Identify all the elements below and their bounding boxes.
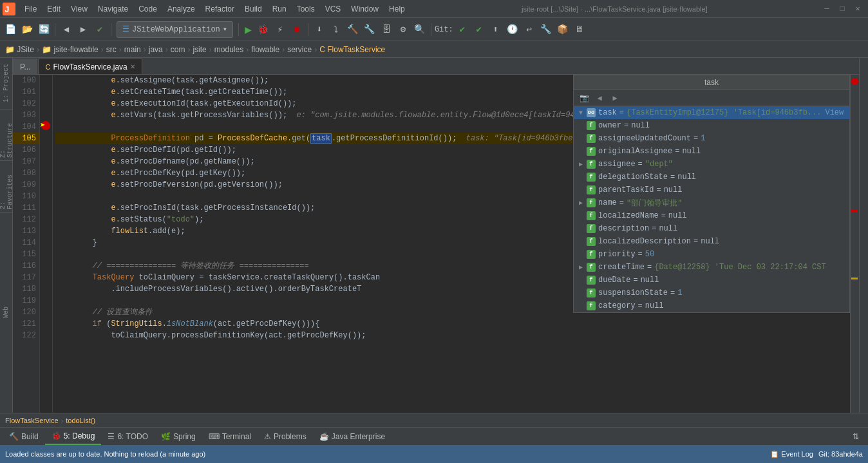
breadcrumb-service[interactable]: service [287, 45, 312, 54]
debug-item-owner[interactable]: f owner = null [574, 119, 849, 132]
breadcrumb: 📁 JSite › 📁 jsite-flowable › src › main … [0, 41, 868, 58]
new-file-button[interactable]: 📄 [3, 22, 18, 37]
bottom-tab-debug[interactable]: 🐞 5: Debug [45, 428, 102, 445]
tab-project-panel[interactable]: P... [13, 59, 37, 74]
debug-item-parent-task-id[interactable]: f parentTaskId = null [574, 184, 849, 196]
sidebar-web-tab[interactable]: Web [0, 213, 12, 413]
tab-close-icon[interactable]: ✕ [130, 63, 135, 70]
git-shelve-button[interactable]: 📦 [555, 22, 571, 37]
debug-item-category[interactable]: f category = null [574, 299, 849, 312]
sidebar-structure-tab[interactable]: Z: Structure [0, 109, 12, 161]
menu-item-build[interactable]: Build [240, 3, 267, 15]
breadcrumb-bottom-class[interactable]: FlowTaskService [5, 417, 59, 424]
database-button[interactable]: 🗄 [379, 22, 394, 37]
breadcrumb-flowable[interactable]: flowable [251, 45, 279, 54]
menu-item-analyze[interactable]: Analyze [162, 3, 200, 15]
breadcrumb-jsite2[interactable]: jsite [193, 45, 206, 54]
spring-tab-label: Spring [173, 432, 196, 441]
git-push-button[interactable]: ⬆ [488, 22, 504, 37]
debug-camera-button[interactable]: 📷 [578, 91, 590, 104]
stop-button[interactable]: ■ [289, 22, 305, 37]
bottom-tab-problems[interactable]: ⚠ Problems [258, 428, 313, 445]
step-over-button[interactable]: ⬇ [312, 22, 327, 37]
open-button[interactable]: 📂 [19, 22, 35, 37]
search-everywhere-button[interactable]: 🔍 [412, 22, 428, 37]
step-into-button[interactable]: ⤵ [328, 22, 344, 37]
debug-forward-button[interactable]: ▶ [609, 91, 621, 104]
debug-back-button[interactable]: ◀ [593, 91, 606, 104]
menu-item-view[interactable]: View [66, 3, 93, 15]
git-update-button[interactable]: ✔ [455, 22, 470, 37]
menu-item-code[interactable]: Code [133, 3, 162, 15]
minimize-button[interactable]: ─ [819, 1, 835, 17]
breadcrumb-class[interactable]: C FlowTaskService [319, 45, 385, 54]
git-revert-button[interactable]: ↩ [522, 22, 537, 37]
breadcrumb-main[interactable]: main [124, 45, 141, 54]
bottom-tab-java-enterprise[interactable]: ☕ Java Enterprise [313, 428, 392, 445]
bottom-tab-spring[interactable]: 🌿 Spring [155, 428, 202, 445]
menu-item-edit[interactable]: Edit [42, 3, 66, 15]
bottom-tab-build[interactable]: 🔨 Build [3, 428, 45, 445]
settings-button[interactable]: ⚙ [395, 22, 411, 37]
bookmark-button[interactable]: ✔ [92, 22, 108, 37]
debug-panel: task 📷 ◀ ▶ ▼ oo task = {TaskEntityImpl@1… [573, 75, 850, 313]
debug-item-localized-name[interactable]: f localizedName = null [574, 209, 849, 222]
event-log-button[interactable]: 📋 Event Log [770, 450, 813, 458]
menu-item-tools[interactable]: Tools [292, 3, 320, 15]
debug-item-delegation-state[interactable]: f delegationState = null [574, 171, 849, 184]
breadcrumb-modules[interactable]: modules [214, 45, 243, 54]
sync-button[interactable]: 🔄 [36, 22, 52, 37]
debug-item-original-assignee[interactable]: f originalAssignee = null [574, 145, 849, 158]
menu-item-window[interactable]: Window [346, 3, 384, 15]
run-coverage-button[interactable]: ⚡ [272, 22, 288, 37]
tab-bar: P... C FlowTaskService.java ✕ [13, 58, 859, 75]
menu-item-help[interactable]: Help [384, 3, 410, 15]
todo-tab-label: 6: TODO [117, 432, 148, 441]
menu-item-vcs[interactable]: VCS [320, 3, 346, 15]
app-logo: J [3, 3, 15, 15]
maximize-button[interactable]: □ [835, 1, 850, 17]
run-button[interactable]: ▶ [242, 23, 254, 37]
git-resolve-button[interactable]: 🔧 [538, 22, 554, 37]
profile-button[interactable]: 🔧 [362, 22, 377, 37]
breadcrumb-java[interactable]: java [149, 45, 163, 54]
debug-item-create-time[interactable]: ▶ f createTime = {Date@12258} 'Tue Dec 0… [574, 261, 849, 274]
run-config-dropdown[interactable]: ☰ JSiteWebApplication ▾ [117, 21, 233, 38]
sidebar-favorites-tab[interactable]: 2: Favorites [0, 161, 12, 213]
debug-item-assignee-updated-count[interactable]: f assigneeUpdatedCount = 1 [574, 132, 849, 145]
breadcrumb-jsite[interactable]: 📁 JSite [5, 45, 34, 54]
sep3 [238, 23, 239, 36]
bottom-tab-terminal[interactable]: ⌨ Terminal [202, 428, 258, 445]
breadcrumb-com[interactable]: com [171, 45, 185, 54]
debug-item-due-date[interactable]: f dueDate = null [574, 274, 849, 287]
debug-run-button[interactable]: 🐞 [256, 22, 271, 37]
sidebar-project-tab[interactable]: 1: Project [0, 58, 12, 109]
menu-item-file[interactable]: File [19, 3, 42, 15]
git-commit-button[interactable]: ✔ [471, 22, 487, 37]
toolbar: 📄 📂 🔄 ◀ ▶ ✔ ☰ JSiteWebApplication ▾ ▶ 🐞 … [0, 18, 868, 41]
menu-item-run[interactable]: Run [267, 3, 292, 15]
git-history-button[interactable]: 🕐 [505, 22, 520, 37]
debug-item-root[interactable]: ▼ oo task = {TaskEntityImpl@12175} 'Task… [574, 106, 849, 119]
debug-item-priority[interactable]: f priority = 50 [574, 248, 849, 261]
breadcrumb-bottom-method[interactable]: todoList() [66, 417, 95, 424]
git-remote-button[interactable]: 🖥 [572, 22, 587, 37]
menu-item-navigate[interactable]: Navigate [93, 3, 133, 15]
breadcrumb-jsite-flowable[interactable]: 📁 jsite-flowable [42, 45, 99, 54]
debug-item-name[interactable]: ▶ f name = "部门领导审批" [574, 196, 849, 209]
menu-item-refactor[interactable]: Refactor [200, 3, 240, 15]
expand-bottom-button[interactable]: ⇅ [846, 428, 865, 445]
debug-item-suspension-state[interactable]: f suspensionState = 1 [574, 287, 849, 299]
debug-item-localized-description[interactable]: f localizedDescription = null [574, 235, 849, 248]
rebuild-button[interactable]: 🔨 [345, 22, 361, 37]
breadcrumb-src[interactable]: src [106, 45, 117, 54]
code-editor[interactable]: 100 101 102 103 104 105 106 107 108 109 … [13, 75, 859, 413]
debug-item-assignee[interactable]: ▶ f assignee = "dept" [574, 158, 849, 171]
back-button[interactable]: ◀ [59, 22, 74, 37]
close-button[interactable]: ✕ [850, 1, 865, 17]
window-title: jsite-root [...\JSite] - ...\FlowTaskSer… [522, 5, 708, 13]
forward-button[interactable]: ▶ [75, 22, 91, 37]
debug-item-description[interactable]: f description = null [574, 222, 849, 235]
bottom-tab-todo[interactable]: ☰ 6: TODO [101, 428, 155, 445]
tab-flow-task-service[interactable]: C FlowTaskService.java ✕ [38, 59, 142, 74]
